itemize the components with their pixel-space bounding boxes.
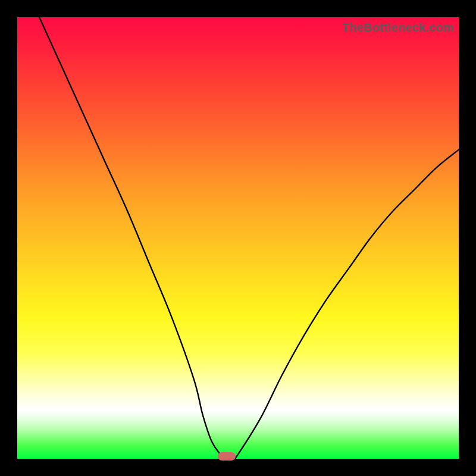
plot-area: TheBottleneck.com bbox=[17, 17, 459, 459]
bottleneck-curve-path bbox=[39, 17, 459, 459]
min-marker bbox=[218, 452, 236, 461]
curve-svg bbox=[17, 17, 459, 459]
chart-frame: TheBottleneck.com bbox=[0, 0, 476, 476]
